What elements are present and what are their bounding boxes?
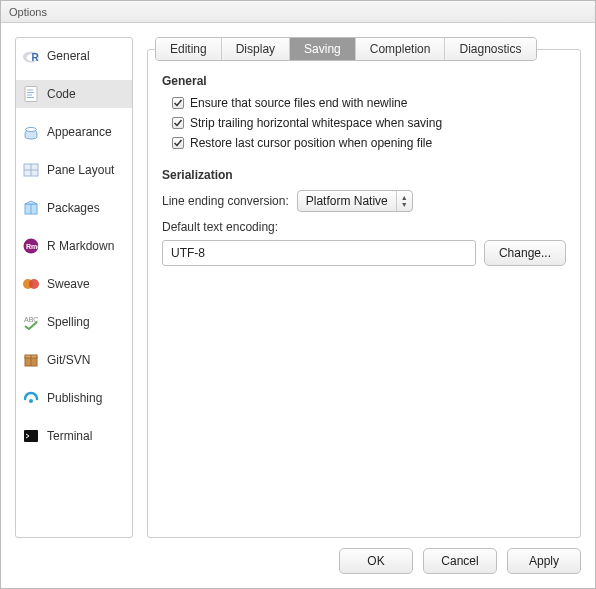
encoding-value: UTF-8 [171, 246, 205, 260]
tab-content: General Ensure that source files end wit… [147, 49, 581, 538]
svg-point-23 [29, 399, 33, 403]
cancel-button[interactable]: Cancel [423, 548, 497, 574]
checkbox-label: Restore last cursor position when openin… [190, 136, 432, 150]
line-ending-select[interactable]: Platform Native ▲▼ [297, 190, 413, 212]
sidebar-item-label: Sweave [47, 277, 90, 291]
ok-button[interactable]: OK [339, 548, 413, 574]
encoding-input[interactable]: UTF-8 [162, 240, 476, 266]
window-body: R General Code Appearance [1, 23, 595, 588]
sidebar-item-sweave[interactable]: Sweave [16, 270, 132, 298]
sweave-icon [22, 275, 40, 293]
checkbox-label: Ensure that source files end with newlin… [190, 96, 407, 110]
checkbox-label: Strip trailing horizontal whitespace whe… [190, 116, 442, 130]
window-title: Options [9, 6, 47, 18]
checkbox-row-newline[interactable]: Ensure that source files end with newlin… [162, 96, 566, 110]
section-general: General Ensure that source files end wit… [162, 74, 566, 150]
sidebar-item-packages[interactable]: Packages [16, 194, 132, 222]
checkbox-checked-icon [172, 137, 184, 149]
sidebar-item-git-svn[interactable]: Git/SVN [16, 346, 132, 374]
tab-label: Saving [304, 42, 341, 56]
sidebar-item-label: Git/SVN [47, 353, 90, 367]
sidebar-item-pane-layout[interactable]: Pane Layout [16, 156, 132, 184]
tab-bar: Editing Display Saving Completion Diagno… [155, 37, 537, 61]
encoding-row: UTF-8 Change... [162, 240, 566, 266]
sidebar-item-code[interactable]: Code [16, 80, 132, 108]
sidebar-item-terminal[interactable]: Terminal [16, 422, 132, 450]
button-label: Cancel [441, 554, 478, 568]
encoding-label: Default text encoding: [162, 220, 566, 234]
checkbox-row-restore-cursor[interactable]: Restore last cursor position when openin… [162, 136, 566, 150]
sidebar-item-label: Pane Layout [47, 163, 114, 177]
sidebar-item-label: R Markdown [47, 239, 114, 253]
svg-marker-13 [25, 201, 37, 204]
select-value: Platform Native [306, 194, 388, 208]
category-sidebar: R General Code Appearance [15, 37, 133, 538]
section-title-serialization: Serialization [162, 168, 566, 182]
sidebar-item-label: Appearance [47, 125, 112, 139]
main-panel: Editing Display Saving Completion Diagno… [147, 37, 581, 538]
checkbox-row-strip-whitespace[interactable]: Strip trailing horizontal whitespace whe… [162, 116, 566, 130]
button-label: Apply [529, 554, 559, 568]
checkbox-checked-icon [172, 117, 184, 129]
code-file-icon [22, 85, 40, 103]
sidebar-item-general[interactable]: R General [16, 42, 132, 70]
tab-saving[interactable]: Saving [290, 38, 356, 60]
tab-diagnostics[interactable]: Diagnostics [445, 38, 535, 60]
tab-editing[interactable]: Editing [156, 38, 222, 60]
tab-display[interactable]: Display [222, 38, 290, 60]
button-label: Change... [499, 246, 551, 260]
sidebar-item-spelling[interactable]: ABC Spelling [16, 308, 132, 336]
split-pane: R General Code Appearance [15, 37, 581, 538]
panes-icon [22, 161, 40, 179]
rmarkdown-icon: Rmd [22, 237, 40, 255]
sidebar-item-rmarkdown[interactable]: Rmd R Markdown [16, 232, 132, 260]
apply-button[interactable]: Apply [507, 548, 581, 574]
sidebar-item-label: Code [47, 87, 76, 101]
line-ending-row: Line ending conversion: Platform Native … [162, 190, 566, 212]
tab-label: Completion [370, 42, 431, 56]
tab-label: Display [236, 42, 275, 56]
package-box-icon [22, 199, 40, 217]
sidebar-item-label: Packages [47, 201, 100, 215]
paint-bucket-icon [22, 123, 40, 141]
spelling-abc-icon: ABC [22, 313, 40, 331]
terminal-icon [22, 427, 40, 445]
svg-point-18 [29, 279, 39, 289]
sidebar-item-label: General [47, 49, 90, 63]
button-label: OK [367, 554, 384, 568]
sidebar-item-publishing[interactable]: Publishing [16, 384, 132, 412]
svg-text:R: R [32, 52, 40, 63]
section-serialization: Serialization Line ending conversion: Pl… [162, 168, 566, 266]
section-title-general: General [162, 74, 566, 88]
options-window: Options R General Code [0, 0, 596, 589]
titlebar: Options [1, 1, 595, 23]
svg-rect-3 [25, 87, 37, 102]
footer-buttons: OK Cancel Apply [15, 548, 581, 574]
sidebar-item-label: Spelling [47, 315, 90, 329]
cardboard-box-icon [22, 351, 40, 369]
svg-point-8 [26, 128, 37, 132]
tab-label: Editing [170, 42, 207, 56]
line-ending-label: Line ending conversion: [162, 194, 289, 208]
sidebar-item-label: Terminal [47, 429, 92, 443]
publishing-icon [22, 389, 40, 407]
select-updown-icon: ▲▼ [396, 191, 412, 211]
change-encoding-button[interactable]: Change... [484, 240, 566, 266]
r-logo-icon: R [22, 47, 40, 65]
svg-rect-24 [24, 430, 38, 442]
tab-completion[interactable]: Completion [356, 38, 446, 60]
svg-text:Rmd: Rmd [26, 243, 40, 250]
sidebar-item-appearance[interactable]: Appearance [16, 118, 132, 146]
checkbox-checked-icon [172, 97, 184, 109]
tab-label: Diagnostics [459, 42, 521, 56]
sidebar-item-label: Publishing [47, 391, 102, 405]
